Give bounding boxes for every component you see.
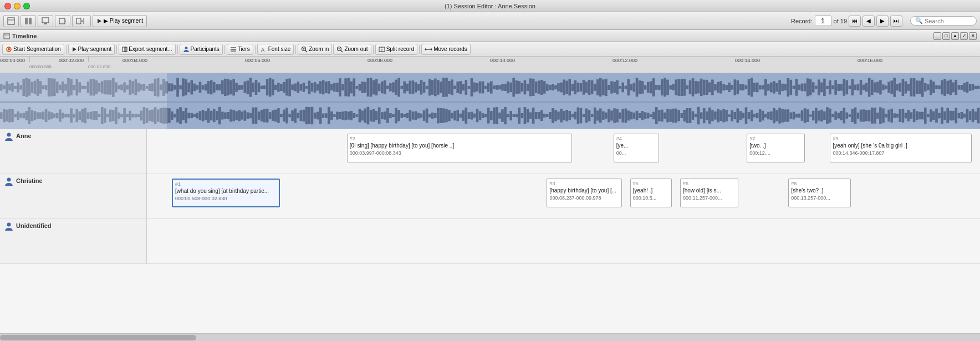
toolbar-icon4-button[interactable] (55, 15, 70, 27)
close-button[interactable] (4, 3, 11, 9)
segment-anne-7[interactable]: #7 [two. .] 000:12.... (747, 134, 805, 162)
nav-next-button[interactable]: ▶ (876, 16, 889, 27)
nav-prev-button[interactable]: ◀ (862, 16, 875, 27)
horizontal-scrollbar[interactable] (0, 333, 980, 341)
svg-rect-193 (448, 81, 451, 94)
svg-rect-634 (703, 108, 706, 123)
svg-rect-525 (397, 110, 400, 121)
zoom-out-button[interactable]: Zoom out (333, 44, 371, 55)
toolbar-icon2-button[interactable] (21, 15, 36, 27)
svg-rect-157 (347, 78, 350, 96)
svg-rect-534 (423, 110, 426, 121)
tiers-button[interactable]: Tiers (227, 44, 253, 55)
svg-rect-543 (448, 110, 451, 121)
panel-minimize-button[interactable]: _ (933, 32, 941, 40)
waveform-track-1[interactable]: // Generated inline via the script below (0, 73, 980, 102)
panel-close-button[interactable]: ✕ (969, 32, 977, 40)
svg-rect-363 (924, 83, 927, 91)
svg-rect-682 (837, 113, 840, 118)
ruler-mark-0: 000:00.000 (0, 58, 25, 63)
svg-rect-132 (277, 83, 280, 91)
svg-rect-663 (784, 109, 787, 121)
minimize-button[interactable] (14, 3, 21, 9)
svg-rect-601 (610, 110, 613, 120)
segment-christine-6[interactable]: #6 [how old] [is s... 000:11.257-000... (680, 179, 738, 207)
svg-rect-302 (753, 83, 756, 91)
svg-rect-498 (322, 113, 325, 118)
svg-rect-287 (711, 79, 714, 95)
svg-rect-592 (585, 109, 588, 123)
svg-rect-690 (860, 110, 862, 122)
play-segment-tl-button[interactable]: Play segment (68, 44, 115, 55)
svg-rect-208 (490, 81, 493, 93)
svg-rect-482 (277, 108, 280, 123)
svg-rect-103 (196, 85, 199, 90)
sep4 (224, 45, 225, 54)
svg-rect-575 (538, 112, 540, 119)
svg-rect-111 (218, 84, 221, 90)
nav-last-button[interactable]: ⏭ (890, 16, 902, 27)
move-records-button[interactable]: Move records (421, 44, 471, 55)
panel-maximize-button[interactable]: ▲ (951, 32, 959, 40)
nav-first-button[interactable]: ⏮ (849, 16, 861, 27)
svg-rect-583 (560, 109, 563, 122)
svg-rect-170 (384, 80, 386, 94)
maximize-button[interactable] (23, 3, 30, 9)
search-input[interactable] (925, 18, 974, 24)
anne-name: Anne (16, 133, 32, 139)
segment-anne-9[interactable]: #9 [yeah only] [she 's 0a big girl .] 00… (830, 134, 972, 162)
svg-rect-350 (887, 82, 890, 93)
export-segment-button[interactable]: Export segment... (119, 44, 175, 55)
panel-expand-button[interactable]: ⤢ (960, 32, 968, 40)
split-record-button[interactable]: Split record (375, 44, 418, 55)
svg-rect-260 (636, 78, 639, 97)
play-segment-button[interactable]: ▶ Play segment (93, 15, 147, 27)
svg-rect-116 (232, 79, 235, 96)
svg-rect-252 (613, 82, 616, 93)
svg-rect-661 (778, 108, 781, 123)
svg-rect-325 (818, 79, 820, 95)
search-wrapper: 🔍 (910, 16, 977, 26)
svg-rect-108 (210, 80, 213, 95)
font-size-button[interactable]: A Font size (257, 44, 294, 55)
toolbar-icon1-button[interactable] (3, 15, 19, 27)
svg-rect-109 (213, 82, 216, 93)
christine-segments: #1 [what do you sing] [at birthday parti… (147, 174, 980, 218)
svg-rect-610 (636, 111, 639, 120)
svg-rect-628 (686, 108, 689, 123)
record-number-input[interactable] (815, 16, 831, 26)
svg-rect-599 (605, 113, 608, 119)
svg-rect-315 (790, 80, 793, 95)
svg-rect-689 (857, 113, 860, 119)
svg-rect-323 (812, 82, 815, 92)
segment-anne-4[interactable]: #4 [ye... 00... (614, 134, 660, 162)
svg-rect-664 (787, 109, 790, 122)
start-segmentation-button[interactable]: Start Segmentation (2, 44, 64, 55)
svg-rect-97 (179, 85, 182, 89)
participants-button[interactable]: Participants (180, 44, 223, 55)
svg-rect-373 (952, 82, 955, 92)
svg-rect-627 (683, 110, 686, 121)
svg-rect-227 (543, 81, 546, 93)
segment-christine-3[interactable]: #3 [happy birthday] [to you] [... 000:08… (547, 179, 621, 207)
svg-rect-512 (361, 110, 364, 120)
toolbar-icon5-button[interactable] (72, 15, 91, 27)
zoom-in-button[interactable]: Zoom in (298, 44, 332, 55)
segment-anne-2[interactable]: #2 [0I sing] [happy birthday] [to you] [… (347, 134, 572, 162)
svg-rect-615 (650, 114, 652, 117)
svg-rect-281 (695, 81, 697, 94)
svg-rect-514 (367, 107, 370, 125)
svg-rect-625 (677, 110, 680, 121)
svg-rect-648 (742, 113, 745, 119)
segment-christine-5[interactable]: #5 [yeah! .] 000:10.5... (630, 179, 672, 207)
tiers-icon (230, 47, 237, 52)
svg-rect-678 (826, 107, 829, 124)
svg-rect-557 (487, 108, 490, 123)
scrollbar-thumb[interactable] (0, 335, 196, 340)
panel-restore-button[interactable]: □ (942, 32, 950, 40)
svg-rect-273 (672, 84, 675, 90)
toolbar-icon3-button[interactable] (38, 15, 53, 27)
waveform-track-2[interactable] (0, 102, 980, 129)
segment-christine-1[interactable]: #1 [what do you sing] [at birthday parti… (172, 179, 280, 207)
segment-christine-8[interactable]: #8 [she's two? .] 000:13.257-000... (788, 179, 851, 207)
